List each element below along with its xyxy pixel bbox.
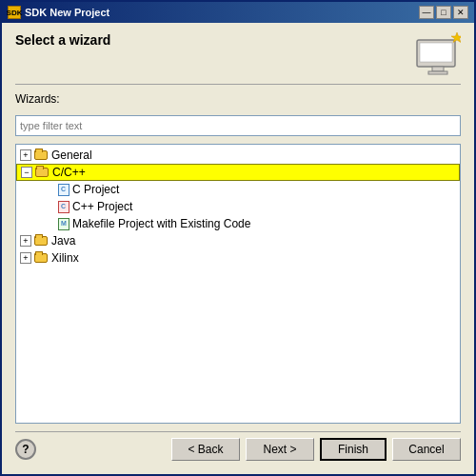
expander-placeholder-c xyxy=(45,184,56,195)
tree-item-xilinx[interactable]: + Xilinx xyxy=(16,249,460,267)
tree-item-label-general: General xyxy=(51,149,92,162)
tree-item-label-c-project: C Project xyxy=(72,183,119,196)
expander-cpp[interactable]: − xyxy=(21,167,32,178)
svg-rect-1 xyxy=(420,43,452,62)
window-title: SDK New Project xyxy=(25,7,109,18)
tree-item-label-makefile: Makefile Project with Existing Code xyxy=(72,217,250,230)
next-button[interactable]: Next > xyxy=(246,438,314,461)
expander-java[interactable]: + xyxy=(20,235,31,247)
title-bar-left: SDK SDK New Project xyxy=(8,6,109,19)
app-icon: SDK xyxy=(8,6,21,19)
svg-rect-2 xyxy=(432,67,444,71)
cancel-button[interactable]: Cancel xyxy=(392,438,461,461)
tree-item-java[interactable]: + Java xyxy=(16,232,460,249)
nav-buttons: < Back Next > Finish Cancel xyxy=(171,438,461,461)
tree-item-label-java: Java xyxy=(51,234,75,248)
tree-item-label-cpp: C/C++ xyxy=(52,166,86,179)
tree-container[interactable]: + General − C/C++ C Project xyxy=(15,144,461,424)
file-icon-cpp-project xyxy=(58,201,69,213)
wizard-icon xyxy=(415,32,461,78)
content-area: Select a wizard Wizards: xyxy=(2,23,474,474)
folder-icon-xilinx xyxy=(33,252,49,264)
tree-item-c-project[interactable]: C Project xyxy=(16,181,460,198)
tree-item-label-xilinx: Xilinx xyxy=(51,251,79,265)
expander-general[interactable]: + xyxy=(20,149,31,161)
folder-icon-java xyxy=(33,235,49,247)
folder-icon-general xyxy=(33,149,49,161)
file-icon-c-project xyxy=(58,184,69,196)
svg-rect-3 xyxy=(428,71,447,74)
minimize-button[interactable]: — xyxy=(419,6,434,19)
tree-item-cpp-project[interactable]: C++ Project xyxy=(16,198,460,215)
wizards-label: Wizards: xyxy=(15,92,461,106)
finish-button[interactable]: Finish xyxy=(320,438,387,461)
tree-item-cpp[interactable]: − C/C++ xyxy=(16,164,460,181)
tree-item-label-cpp-project: C++ Project xyxy=(72,200,132,213)
tree-item-makefile[interactable]: Makefile Project with Existing Code xyxy=(16,215,460,232)
expander-placeholder-cpp xyxy=(45,201,56,212)
tree-item-general[interactable]: + General xyxy=(16,147,460,164)
new-project-window: SDK SDK New Project — □ ✕ Select a wizar… xyxy=(0,0,476,476)
folder-icon-cpp xyxy=(34,167,50,178)
expander-placeholder-make xyxy=(45,218,56,229)
maximize-button[interactable]: □ xyxy=(436,6,451,19)
filter-input[interactable] xyxy=(15,115,461,136)
file-icon-makefile xyxy=(58,218,69,230)
header-section: Select a wizard xyxy=(15,32,461,85)
close-button[interactable]: ✕ xyxy=(453,6,468,19)
back-button[interactable]: < Back xyxy=(171,438,240,461)
expander-xilinx[interactable]: + xyxy=(20,252,31,264)
help-button[interactable]: ? xyxy=(15,439,36,460)
title-bar: SDK SDK New Project — □ ✕ xyxy=(2,2,474,23)
page-title: Select a wizard xyxy=(15,32,110,48)
title-buttons: — □ ✕ xyxy=(419,6,468,19)
button-bar: ? < Back Next > Finish Cancel xyxy=(15,431,461,465)
